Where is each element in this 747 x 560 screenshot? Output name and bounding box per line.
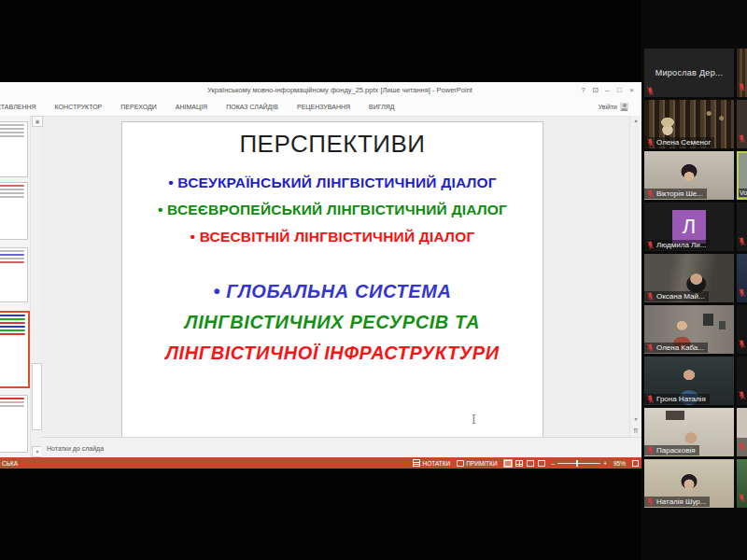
- zoom-in-icon[interactable]: +: [603, 460, 607, 467]
- slide-thumbnail-1[interactable]: [0, 121, 28, 177]
- thumbnail-scrollbar[interactable]: ▣ ▼: [30, 116, 42, 457]
- ribbon-tab-1[interactable]: КОНСТРУКТОР: [46, 98, 112, 116]
- slide-fancy-line-0[interactable]: • ГЛОБАЛЬНА СИСТЕМА: [122, 281, 543, 302]
- participant-tile-partial[interactable]: [737, 408, 747, 456]
- participant-tile[interactable]: Олена Семеног: [644, 100, 734, 148]
- participant-tile[interactable]: Парасковія: [644, 408, 734, 456]
- participant-tile-partial[interactable]: [737, 49, 747, 97]
- ribbon-display-options-icon[interactable]: ⊡: [589, 84, 601, 96]
- participant-tile-partial[interactable]: [737, 357, 747, 405]
- slide-fancy-line-2[interactable]: ЛІНГВІСТИЧНОЇ ІНФРАСТРУКТУРИ: [122, 343, 543, 364]
- participant-status: [644, 86, 656, 96]
- slide-thumbnail-3[interactable]: [0, 247, 28, 302]
- participant-tile-partial[interactable]: [737, 100, 747, 148]
- thumbnail-text-line: [0, 318, 25, 320]
- normal-view-icon[interactable]: [504, 460, 512, 467]
- participant-tile-partial[interactable]: Volo: [737, 151, 747, 200]
- muted-mic-icon: [646, 446, 655, 455]
- participant-avatar: Л: [672, 210, 706, 244]
- participant-tile-partial[interactable]: [737, 203, 747, 251]
- muted-mic-wrap: [738, 284, 746, 301]
- ribbon-tab-2[interactable]: ПЕРЕХОДИ: [111, 98, 166, 116]
- muted-mic-icon: [738, 288, 746, 297]
- participant-tile-partial[interactable]: [737, 459, 747, 508]
- participant-name: Олена Каба...: [656, 343, 704, 352]
- participants-sidebar: Мирослав Дер... Олена Семеног Вікторія Ш…: [641, 0, 747, 560]
- thumbnail-scrollbar-thumb[interactable]: [32, 363, 42, 430]
- zoom-out-icon[interactable]: –: [552, 460, 556, 467]
- ribbon-tab-5[interactable]: РЕЦЕНЗУВАННЯ: [288, 98, 359, 116]
- slide-bullet-2[interactable]: • ВСЕСВІТНІЙ ЛІНГВІСТИЧНИЙ ДІАЛОГ: [122, 229, 543, 245]
- slide-thumbnail-2[interactable]: [0, 182, 28, 240]
- thumbnail-text-line: [0, 192, 24, 194]
- thumbnail-text-line: [0, 315, 25, 316]
- participant-tile[interactable]: Грона Наталія: [644, 357, 734, 405]
- language-indicator[interactable]: СЬКА: [2, 460, 18, 467]
- ribbon-tab-0[interactable]: СТАВЛЕННЯ: [0, 98, 46, 116]
- participant-label: Вікторія Ше...: [644, 189, 707, 199]
- participant-tile-partial[interactable]: [737, 305, 747, 354]
- reading-view-icon[interactable]: [527, 460, 534, 467]
- ribbon-tab-6[interactable]: ВИГЛЯД: [359, 98, 404, 116]
- slide-sorter-view-icon[interactable]: [515, 460, 523, 467]
- muted-mic-icon: [646, 87, 655, 95]
- muted-mic-wrap: [738, 232, 746, 249]
- sign-in-button[interactable]: Увійти: [599, 103, 628, 111]
- muted-mic-icon: [646, 343, 655, 352]
- slide-bullet-1[interactable]: • ВСЕЄВРОПЕЙСЬКИЙ ЛІНГВІСТИЧНИЙ ДІАЛОГ: [122, 202, 543, 218]
- thumbnail-text-line: [0, 132, 24, 133]
- slideshow-view-icon[interactable]: [538, 460, 545, 467]
- muted-mic-wrap: [738, 130, 746, 147]
- participant-name: Парасковія: [656, 446, 696, 455]
- zoom-slider-thumb[interactable]: [576, 460, 578, 467]
- zoom-shared-screen: Українському мовно-інформаційному фонду_…: [0, 0, 747, 560]
- muted-mic-icon: [738, 391, 746, 399]
- minimize-icon[interactable]: –: [601, 84, 613, 96]
- muted-mic-wrap: [738, 78, 746, 95]
- muted-mic-icon: [738, 83, 746, 91]
- close-icon[interactable]: ×: [626, 84, 638, 96]
- participant-tile[interactable]: Наталія Шур...: [644, 459, 734, 508]
- thumbnail-panel-button-icon[interactable]: ▣: [32, 116, 43, 127]
- notes-toggle-button[interactable]: НОТАТКИ: [413, 459, 450, 467]
- participant-tile-partial[interactable]: [737, 254, 747, 302]
- muted-mic-icon: [738, 134, 746, 143]
- scroll-down-icon[interactable]: ▼: [630, 416, 641, 422]
- thumbnail-text-line: [0, 333, 25, 335]
- slide-fancy-line-1[interactable]: ЛІНГВІСТИЧНИХ РЕСУРСІВ ТА: [122, 312, 543, 333]
- participant-tile[interactable]: Олена Каба...: [644, 305, 734, 354]
- participant-name: Олена Семеног: [656, 138, 711, 147]
- scroll-up-icon[interactable]: ▲: [630, 118, 641, 123]
- previous-slide-icon[interactable]: ⇈: [630, 427, 641, 435]
- slide-thumbnail-4[interactable]: [0, 311, 30, 388]
- ribbon-tab-3[interactable]: АНІМАЦІЯ: [166, 98, 217, 116]
- view-switcher: [504, 460, 545, 467]
- title-bar: Українському мовно-інформаційному фонду_…: [0, 82, 641, 98]
- restore-icon[interactable]: □: [613, 84, 626, 96]
- slide-scrollbar[interactable]: ▲ ▼ ⇈ ⇊: [629, 116, 641, 457]
- zoom-slider[interactable]: [557, 463, 600, 464]
- ribbon-tab-4[interactable]: ПОКАЗ СЛАЙДІВ: [217, 98, 288, 116]
- muted-mic-icon: [738, 442, 746, 451]
- participant-tile[interactable]: Вікторія Ше...: [644, 151, 734, 200]
- comments-toggle-button[interactable]: ПРИМІТКИ: [457, 460, 497, 467]
- slide-title[interactable]: ПЕРСПЕКТИВИ: [122, 130, 543, 159]
- thumbnail-text-line: [0, 258, 24, 259]
- participant-tile[interactable]: Л Людмила Ли...: [644, 203, 734, 251]
- muted-mic-icon: [738, 340, 746, 348]
- thumbnail-text-line: [0, 196, 24, 198]
- thumbnail-text-line: [0, 405, 24, 407]
- participant-tile[interactable]: Оксана Май...: [644, 254, 734, 302]
- muted-mic-icon: [646, 241, 655, 249]
- help-icon[interactable]: ?: [577, 84, 589, 96]
- participant-tile[interactable]: Мирослав Дер...: [644, 49, 734, 97]
- zoom-level[interactable]: 95%: [613, 460, 626, 467]
- thumbnail-text-line: [0, 254, 24, 256]
- slide-thumbnail-5[interactable]: [0, 395, 28, 453]
- thumbnail-text-line: [0, 398, 24, 399]
- fit-slide-icon[interactable]: [632, 460, 639, 467]
- window-controls: ? ⊡ – □ ×: [577, 84, 638, 96]
- ribbon-tabs: СТАВЛЕННЯКОНСТРУКТОРПЕРЕХОДИАНІМАЦІЯПОКА…: [0, 98, 404, 116]
- slide-bullet-0[interactable]: • ВСЕУКРАЇНСЬКИЙ ЛІНГВІСТИЧНИЙ ДІАЛОГ: [122, 175, 543, 191]
- notes-pane[interactable]: Нотатки до слайда: [41, 437, 641, 458]
